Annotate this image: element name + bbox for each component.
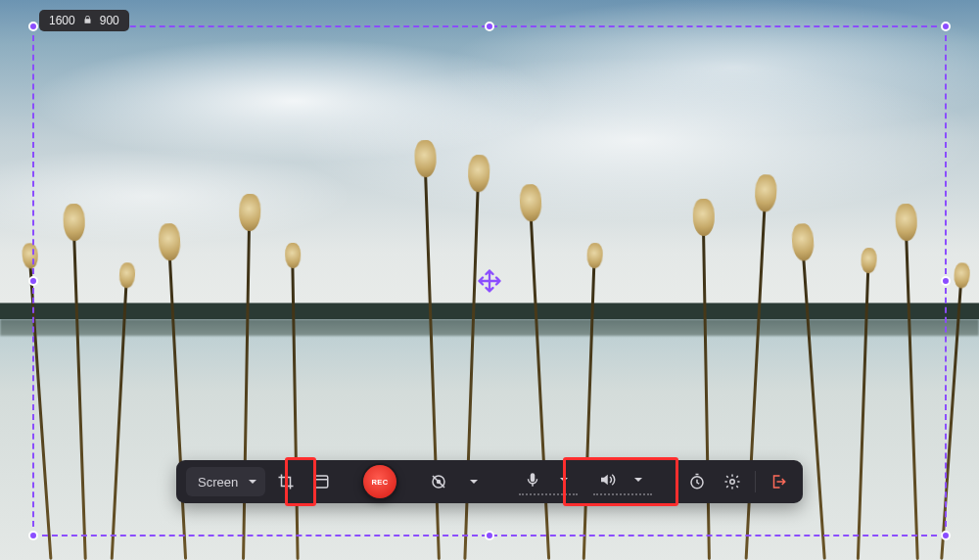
microphone-toggle-button[interactable] — [518, 465, 547, 494]
exit-icon — [769, 473, 787, 490]
record-label: REC — [371, 478, 388, 487]
dimension-width: 1600 — [49, 15, 75, 26]
resize-handle-top-middle[interactable] — [485, 22, 494, 31]
source-label: Screen — [198, 475, 238, 490]
settings-icon — [723, 473, 741, 490]
speaker-toggle-button[interactable] — [592, 465, 622, 494]
record-button[interactable]: REC — [363, 465, 396, 498]
window-icon — [312, 473, 330, 490]
resize-handle-top-left[interactable] — [28, 22, 38, 31]
window-capture-button[interactable] — [306, 467, 336, 496]
resize-handle-bottom-middle[interactable] — [485, 531, 494, 540]
speaker-icon — [598, 471, 616, 489]
timer-button[interactable] — [682, 467, 712, 496]
mic-icon — [524, 471, 541, 489]
source-select[interactable]: Screen — [186, 467, 265, 496]
chevron-down-icon — [633, 475, 643, 485]
speaker-options-dropdown[interactable] — [624, 465, 653, 494]
webcam-options-dropdown[interactable] — [459, 467, 489, 496]
microphone-control — [514, 465, 583, 498]
mic-level-indicator — [519, 493, 578, 495]
toolbar-separator — [755, 471, 756, 492]
recording-toolbar: Screen REC — [176, 460, 803, 503]
system-audio-control — [588, 465, 657, 498]
webcam-off-icon — [430, 473, 447, 490]
svg-point-5 — [730, 480, 735, 485]
crop-icon — [277, 473, 295, 490]
resize-handle-bottom-right[interactable] — [941, 531, 951, 540]
settings-button[interactable] — [718, 467, 747, 496]
dimension-height: 900 — [100, 15, 119, 26]
svg-rect-0 — [314, 476, 328, 488]
resize-handle-top-right[interactable] — [941, 22, 951, 31]
microphone-options-dropdown[interactable] — [549, 465, 579, 494]
speaker-level-indicator — [593, 493, 652, 495]
chevron-down-icon — [469, 477, 479, 487]
webcam-toggle-button[interactable] — [424, 467, 453, 496]
chevron-down-icon — [559, 475, 569, 485]
lock-icon[interactable] — [83, 15, 92, 26]
resize-handle-middle-right[interactable] — [941, 276, 951, 286]
crop-region-button[interactable] — [271, 467, 301, 496]
move-icon[interactable] — [476, 267, 503, 295]
exit-button[interactable] — [764, 467, 793, 496]
chevron-down-icon — [248, 475, 257, 490]
capture-background: 1600 900 Screen REC — [0, 0, 979, 560]
resize-handle-bottom-left[interactable] — [28, 531, 38, 540]
svg-rect-3 — [531, 473, 536, 482]
timer-icon — [688, 473, 706, 490]
resize-handle-middle-left[interactable] — [28, 276, 38, 286]
dimension-badge[interactable]: 1600 900 — [39, 10, 129, 31]
